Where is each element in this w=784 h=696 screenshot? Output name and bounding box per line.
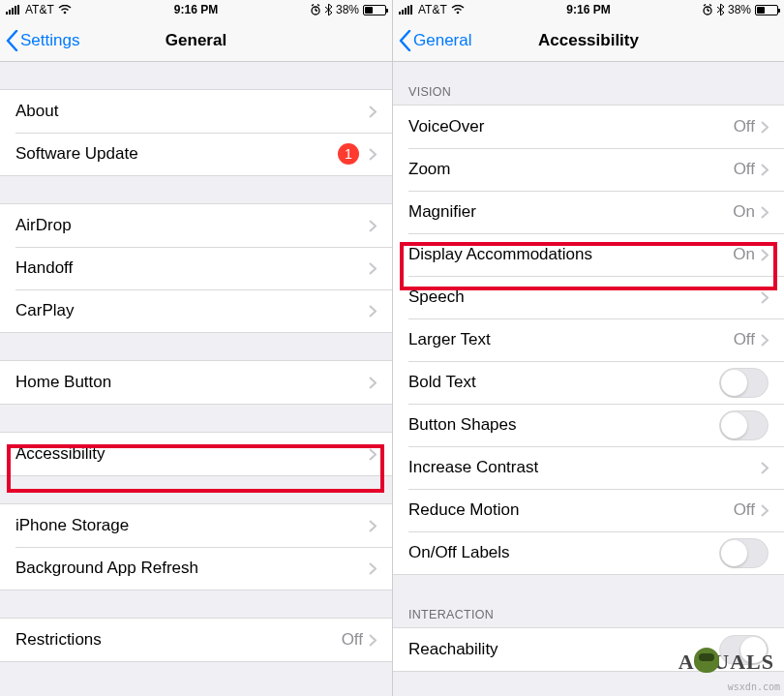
svg-rect-2 xyxy=(12,8,14,15)
chevron-right-icon xyxy=(369,520,377,532)
svg-rect-13 xyxy=(405,8,407,15)
settings-row[interactable]: Background App Refresh xyxy=(0,547,392,590)
phone-accessibility: AT&T 9:16 PM 38% General Accessibility V… xyxy=(392,0,784,696)
settings-row[interactable]: Increase Contrast xyxy=(393,446,784,489)
row-label: On/Off Labels xyxy=(408,543,719,562)
settings-row[interactable]: Button Shapes xyxy=(393,404,784,446)
row-label: Increase Contrast xyxy=(408,458,761,477)
group-header: INTERACTION xyxy=(393,602,784,627)
group-header: VISION xyxy=(393,79,784,105)
row-value: Off xyxy=(734,500,755,520)
carrier-label: AT&T xyxy=(25,3,54,16)
chevron-right-icon xyxy=(761,504,769,517)
settings-row[interactable]: Display AccommodationsOn xyxy=(393,233,784,276)
settings-row[interactable]: Larger TextOff xyxy=(393,318,784,361)
chevron-right-icon xyxy=(761,121,769,134)
svg-rect-1 xyxy=(9,10,11,15)
row-label: Magnifier xyxy=(408,202,733,222)
row-value: Off xyxy=(734,117,755,136)
back-button[interactable]: Settings xyxy=(0,30,79,51)
row-label: Restrictions xyxy=(15,630,342,650)
signal-icon xyxy=(399,5,414,15)
toggle-switch[interactable] xyxy=(719,368,769,398)
chevron-right-icon xyxy=(369,106,377,118)
chevron-right-icon xyxy=(761,206,769,219)
chevron-right-icon xyxy=(761,462,769,474)
settings-row[interactable]: Software Update1 xyxy=(0,133,392,175)
row-label: Zoom xyxy=(408,160,734,179)
settings-row[interactable]: ZoomOff xyxy=(393,148,784,191)
row-label: iPhone Storage xyxy=(15,516,369,535)
svg-line-10 xyxy=(317,5,319,7)
svg-line-21 xyxy=(709,5,711,7)
svg-rect-15 xyxy=(410,5,412,15)
row-label: Software Update xyxy=(15,144,338,164)
settings-list[interactable]: VISIONVoiceOverOffZoomOffMagnifierOnDisp… xyxy=(393,62,784,696)
settings-row[interactable]: About xyxy=(0,90,392,133)
svg-rect-0 xyxy=(6,12,8,15)
row-label: About xyxy=(15,102,369,121)
row-label: Reduce Motion xyxy=(408,500,734,520)
row-value: Off xyxy=(734,330,755,349)
settings-row[interactable]: MagnifierOn xyxy=(393,191,784,233)
row-label: Background App Refresh xyxy=(15,559,369,578)
row-label: Handoff xyxy=(15,258,369,278)
chevron-right-icon xyxy=(369,448,377,461)
bluetooth-icon xyxy=(717,4,724,15)
settings-row[interactable]: RestrictionsOff xyxy=(0,619,392,661)
svg-rect-11 xyxy=(399,12,401,15)
chevron-right-icon xyxy=(761,164,769,176)
chevron-left-icon xyxy=(399,30,411,51)
toggle-switch[interactable] xyxy=(719,410,769,440)
svg-rect-4 xyxy=(17,5,19,15)
wifi-icon xyxy=(58,5,72,15)
settings-row[interactable]: iPhone Storage xyxy=(0,504,392,547)
settings-row[interactable]: On/Off Labels xyxy=(393,531,784,574)
svg-line-9 xyxy=(312,5,314,7)
settings-row[interactable]: Accessibility xyxy=(0,433,392,475)
logo-icon xyxy=(694,648,719,673)
phone-general: AT&T 9:16 PM 38% Settings General AboutS… xyxy=(0,0,392,696)
settings-row[interactable]: VoiceOverOff xyxy=(393,106,784,148)
bluetooth-icon xyxy=(325,4,332,15)
chevron-right-icon xyxy=(369,634,377,647)
wifi-icon xyxy=(451,5,465,15)
row-value: Off xyxy=(342,630,363,650)
battery-icon xyxy=(755,5,778,15)
row-label: AirDrop xyxy=(15,216,369,235)
settings-row[interactable]: Home Button xyxy=(0,361,392,404)
appuals-watermark: A PUALS xyxy=(678,650,774,675)
settings-list[interactable]: AboutSoftware Update1AirDropHandoffCarPl… xyxy=(0,62,392,696)
row-label: Bold Text xyxy=(408,373,719,392)
alarm-icon xyxy=(702,4,713,15)
row-label: Button Shapes xyxy=(408,415,719,435)
notification-badge: 1 xyxy=(338,143,359,165)
toggle-switch[interactable] xyxy=(719,538,769,568)
battery-icon xyxy=(363,5,386,15)
status-bar: AT&T 9:16 PM 38% xyxy=(0,0,392,19)
clock: 9:16 PM xyxy=(174,3,218,16)
battery-pct: 38% xyxy=(336,3,359,16)
chevron-right-icon xyxy=(369,148,377,161)
back-label: Settings xyxy=(20,31,79,50)
svg-rect-14 xyxy=(407,6,409,15)
settings-row[interactable]: Reduce MotionOff xyxy=(393,489,784,531)
row-label: Reachability xyxy=(408,640,719,659)
row-value: Off xyxy=(734,160,755,179)
svg-rect-3 xyxy=(15,6,16,15)
svg-point-5 xyxy=(63,12,66,15)
row-label: Display Accommodations xyxy=(408,245,733,264)
signal-icon xyxy=(6,5,21,15)
chevron-right-icon xyxy=(369,262,377,275)
chevron-right-icon xyxy=(369,562,377,575)
settings-row[interactable]: AirDrop xyxy=(0,204,392,247)
row-label: CarPlay xyxy=(15,301,369,320)
settings-row[interactable]: Handoff xyxy=(0,247,392,289)
alarm-icon xyxy=(310,4,321,15)
settings-row[interactable]: Speech xyxy=(393,276,784,318)
svg-point-16 xyxy=(456,12,459,15)
settings-row[interactable]: CarPlay xyxy=(0,289,392,332)
settings-row[interactable]: Bold Text xyxy=(393,361,784,404)
chevron-right-icon xyxy=(369,377,377,389)
back-button[interactable]: General xyxy=(393,30,471,51)
